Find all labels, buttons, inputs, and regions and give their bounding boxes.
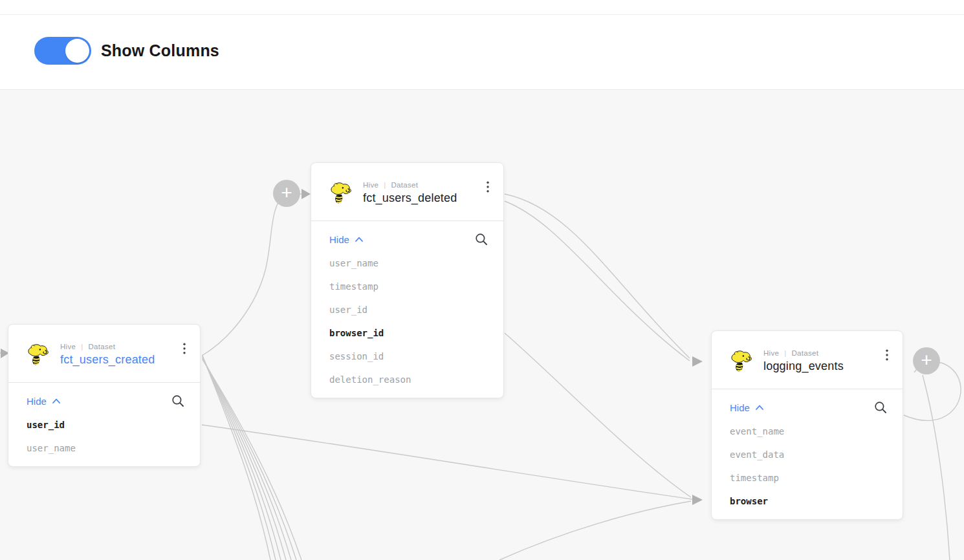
column-row[interactable]: browser bbox=[730, 490, 887, 513]
column-row[interactable]: session_id bbox=[329, 345, 488, 368]
column-row[interactable]: user_id bbox=[329, 298, 488, 321]
search-columns-button[interactable] bbox=[171, 394, 184, 407]
edge-created-to-deleted bbox=[202, 195, 285, 356]
column-row[interactable]: event_name bbox=[730, 420, 887, 443]
columns-panel: Hide user_id user_name bbox=[8, 383, 200, 466]
arrowhead-into-logging bbox=[692, 356, 703, 367]
edge-logging-descender bbox=[923, 375, 950, 560]
node-title[interactable]: fct_users_deleted bbox=[363, 191, 484, 205]
kebab-menu-icon bbox=[886, 349, 888, 361]
show-columns-toggle[interactable] bbox=[34, 37, 91, 65]
hide-columns-link[interactable]: Hide bbox=[329, 234, 363, 245]
platform-label: Hive bbox=[363, 181, 378, 189]
entity-type-label: Dataset bbox=[89, 343, 116, 350]
hide-columns-link[interactable]: Hide bbox=[730, 402, 763, 413]
platform-label: Hive bbox=[60, 343, 76, 350]
search-columns-button[interactable] bbox=[475, 233, 488, 246]
top-divider bbox=[0, 14, 964, 15]
column-row[interactable]: timestamp bbox=[730, 466, 887, 490]
column-row[interactable]: timestamp bbox=[329, 275, 488, 298]
node-fct-users-deleted[interactable]: Hive | Dataset fct_users_deleted Hide bbox=[311, 162, 504, 398]
show-columns-label: Show Columns bbox=[101, 41, 219, 60]
search-icon bbox=[475, 233, 488, 246]
search-icon bbox=[874, 401, 887, 414]
hive-logo-icon bbox=[329, 181, 353, 206]
platform-separator: | bbox=[81, 343, 83, 350]
toggle-knob-icon bbox=[65, 39, 89, 63]
hide-label: Hide bbox=[27, 396, 47, 407]
plus-icon: + bbox=[281, 183, 292, 202]
column-row[interactable]: deletion_reason bbox=[329, 368, 488, 391]
node-title[interactable]: fct_users_created bbox=[60, 353, 181, 367]
node-logging-events[interactable]: Hive | Dataset logging_events Hide bbox=[711, 330, 903, 520]
node-header: Hive | Dataset fct_users_deleted bbox=[311, 163, 503, 221]
edge-fan-2 bbox=[203, 356, 276, 560]
kebab-menu-icon bbox=[487, 181, 489, 193]
hide-columns-link[interactable]: Hide bbox=[27, 396, 60, 407]
node-menu-button[interactable] bbox=[883, 347, 891, 366]
expand-downstream-button[interactable]: + bbox=[913, 347, 940, 374]
node-menu-button[interactable] bbox=[181, 340, 188, 360]
node-header: Hive | Dataset logging_events bbox=[712, 331, 903, 389]
column-row[interactable]: user_id bbox=[27, 413, 184, 436]
search-icon bbox=[171, 394, 184, 407]
columns-panel: Hide user_name timestamp user_id browser… bbox=[311, 221, 503, 398]
arrowhead-into-browser-row bbox=[692, 495, 703, 505]
platform-separator: | bbox=[384, 181, 386, 189]
arrowhead-into-deleted bbox=[301, 189, 311, 199]
hive-logo-icon bbox=[730, 349, 753, 374]
chevron-up-icon bbox=[52, 398, 60, 404]
canvas-top-divider bbox=[0, 89, 964, 90]
platform-separator: | bbox=[784, 349, 786, 357]
node-fct-users-created[interactable]: Hive | Dataset fct_users_created Hide bbox=[8, 324, 201, 467]
hide-label: Hide bbox=[730, 402, 750, 413]
lineage-canvas: Show Columns + + Hive | Da bbox=[0, 0, 964, 560]
columns-panel: Hide event_name event_data timestamp bro… bbox=[712, 389, 903, 519]
chevron-up-icon bbox=[756, 405, 763, 410]
column-row[interactable]: browser_id bbox=[329, 321, 488, 345]
toolbar: Show Columns bbox=[0, 0, 964, 89]
plus-icon: + bbox=[921, 350, 932, 370]
platform-label: Hive bbox=[763, 349, 779, 357]
node-menu-button[interactable] bbox=[484, 178, 492, 198]
node-title[interactable]: logging_events bbox=[763, 360, 883, 373]
platform-row: Hive | Dataset bbox=[763, 349, 883, 357]
node-header: Hive | Dataset fct_users_created bbox=[8, 325, 200, 382]
column-row[interactable]: user_name bbox=[329, 252, 488, 275]
platform-row: Hive | Dataset bbox=[60, 343, 181, 350]
edge-bottom-to-browser bbox=[499, 501, 691, 560]
chevron-up-icon bbox=[355, 237, 363, 242]
column-row[interactable]: user_name bbox=[27, 436, 184, 460]
edge-fan-1 bbox=[203, 356, 270, 560]
hide-label: Hide bbox=[329, 234, 349, 245]
edge-deleted-to-browser bbox=[505, 333, 691, 497]
entity-type-label: Dataset bbox=[792, 349, 819, 357]
kebab-menu-icon bbox=[183, 343, 186, 354]
search-columns-button[interactable] bbox=[874, 401, 887, 414]
entity-type-label: Dataset bbox=[391, 181, 419, 189]
edge-userid-to-browser bbox=[202, 425, 692, 499]
expand-upstream-button[interactable]: + bbox=[273, 180, 300, 207]
column-row[interactable]: event_data bbox=[730, 443, 887, 466]
edge-deleted-to-logging-2 bbox=[505, 201, 690, 361]
platform-row: Hive | Dataset bbox=[363, 181, 484, 189]
hive-logo-icon bbox=[27, 343, 50, 367]
